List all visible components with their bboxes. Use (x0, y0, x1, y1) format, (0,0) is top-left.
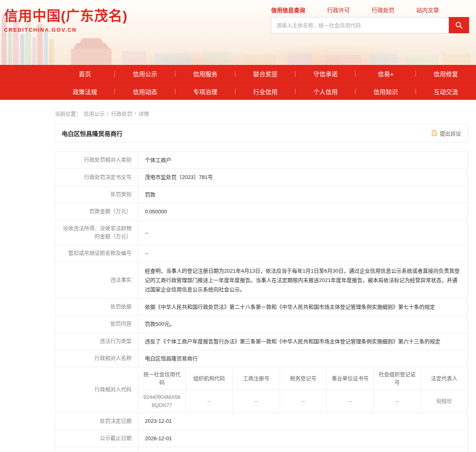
nav-row-1: 首页 信用公示 信用服务 联合奖惩 守信承诺 信易+ 信用修复 (0, 65, 476, 82)
row-value: -- (138, 221, 467, 245)
nav-item-special-governance[interactable]: 专项治理 (175, 83, 235, 100)
entity-title-bar: 电白区恒昌隆贸易商行 提出异议 (55, 124, 468, 142)
nav-item-xinyi-plus[interactable]: 信易+ (355, 65, 416, 82)
row-label: 行政相对人代码 (55, 367, 138, 412)
table-row-entity-codes: 行政相对人代码 统一社会信用代码 组织机构代码 工商注册号 税务登记号 事业单位… (55, 367, 467, 413)
table-row: 行政处罚相对人类别 个体工商户 (55, 152, 467, 169)
row-value: 个体工商户 (138, 152, 467, 168)
search-button[interactable] (449, 17, 469, 33)
code-col-header: 法定代表人 (420, 367, 467, 390)
nav-item-personal-credit[interactable]: 个人信用 (295, 83, 355, 100)
row-value: 罚款500元。 (138, 316, 467, 332)
code-col-header: 社会组织登记证号 (373, 367, 420, 390)
row-value: 2026-12-01 (138, 430, 467, 447)
row-label: 暂扣或吊销证照名称及编号 (55, 245, 138, 262)
row-label: 处罚机关 (55, 447, 138, 452)
link-credit-info-query[interactable]: 信用信息查询 (271, 6, 305, 14)
row-label: 公示截止日期 (55, 430, 138, 447)
table-row: 处罚内容 罚款500元。 (55, 316, 467, 333)
header-quick-links: 信用信息查询 行政许可 行政处罚 站内文章 (271, 6, 439, 14)
nav-item-credit-publicity[interactable]: 信用公示 (115, 65, 175, 82)
row-label: 行政相对人名称 (55, 350, 138, 367)
row-label: 违法事实 (55, 263, 138, 298)
row-value: 经查明，当事人的登记注册日期为2021年4月13日，依法应当于每年1月1日至6月… (138, 263, 467, 298)
row-label: 行政处罚决定书文号 (55, 169, 138, 185)
main-navigation: 首页 信用公示 信用服务 联合奖惩 守信承诺 信易+ 信用修复 政策法规 信用动… (0, 65, 476, 100)
row-value: 依据《中华人民共和国行政处罚法》第二十八条第一款和《中华人民共和国市场主体登记管… (138, 299, 467, 315)
nav-item-credit-service[interactable]: 信用服务 (175, 65, 235, 82)
code-col-value: 92440904MA568QDN77 (138, 390, 185, 412)
breadcrumb-link-credit-publicity[interactable]: 信用公示 (84, 110, 105, 117)
code-col-value: -- (233, 390, 280, 412)
row-value: 茂名市电白区市场监督管理局 (138, 447, 467, 452)
row-label: 处罚类别 (55, 186, 138, 203)
table-row: 没收违法所得、没收非法财物的金额（万元） -- (55, 221, 467, 245)
nav-item-credit-repair[interactable]: 信用修复 (416, 65, 476, 82)
table-row: 罚款金额（万元） 0.050000 (55, 203, 467, 220)
page-content: 当前位置： 信用公示 / 行政处罚 / 详情 电白区恒昌隆贸易商行 提出异议 行… (0, 110, 476, 452)
search-input[interactable] (271, 17, 449, 33)
raise-objection-button[interactable]: 提出异议 (431, 129, 461, 137)
nav-row-2: 政策法规 信用动态 专项治理 行业信用 个人信用 信用知识 互动交流 (0, 82, 476, 100)
code-col-value: -- (326, 390, 373, 412)
table-row: 行政相对人名称 电白区恒昌隆贸易商行 (55, 350, 467, 367)
link-admin-penalty[interactable]: 行政处罚 (372, 6, 394, 14)
breadcrumb: 当前位置： 信用公示 / 行政处罚 / 详情 (55, 110, 476, 117)
code-col-header: 事业单位证书号 (326, 367, 373, 390)
header-search (271, 17, 469, 33)
breadcrumb-link-admin-penalty[interactable]: 行政处罚 (111, 110, 132, 117)
raise-objection-label: 提出异议 (440, 129, 461, 137)
entity-code-grid: 统一社会信用代码 组织机构代码 工商注册号 税务登记号 事业单位证书号 社会组织… (138, 367, 467, 412)
nav-item-trust-commitment[interactable]: 守信承诺 (295, 65, 355, 82)
row-value: 统一社会信用代码 组织机构代码 工商注册号 税务登记号 事业单位证书号 社会组织… (138, 367, 467, 412)
nav-item-policy-regulation[interactable]: 政策法规 (55, 83, 115, 100)
site-logo-title: 信用中国(广东茂名) (4, 5, 128, 25)
code-col-value: -- (185, 390, 233, 412)
nav-item-credit-news[interactable]: 信用动态 (115, 83, 175, 100)
code-col-header: 工商注册号 (233, 367, 280, 390)
breadcrumb-current: 详情 (138, 110, 149, 117)
breadcrumb-label: 当前位置： (55, 110, 81, 117)
nav-item-joint-reward-punish[interactable]: 联合奖惩 (235, 65, 295, 82)
table-row: 公示截止日期 2026-12-01 (55, 430, 467, 447)
breadcrumb-separator: / (107, 110, 109, 116)
code-col-header: 组织机构代码 (185, 367, 233, 390)
code-col-header: 税务登记号 (280, 367, 327, 390)
table-row: 处罚机关 茂名市电白区市场监督管理局 (55, 447, 467, 452)
row-value: 电白区恒昌隆贸易商行 (138, 350, 467, 367)
site-logo[interactable]: 信用中国(广东茂名) CREDITCHINA.GOV.CN (4, 5, 128, 33)
page-title: 电白区恒昌隆贸易商行 (62, 129, 123, 138)
table-row: 违法事实 经查明，当事人的登记注册日期为2021年4月13日，依法应当于每年1月… (55, 263, 467, 299)
nav-item-industry-credit[interactable]: 行业信用 (235, 83, 295, 100)
nav-item-credit-knowledge[interactable]: 信用知识 (355, 83, 416, 100)
table-row: 暂扣或吊销证照名称及编号 -- (55, 245, 467, 262)
nav-item-interaction[interactable]: 互动交流 (416, 83, 476, 100)
table-row: 处罚类别 罚款 (55, 186, 467, 203)
row-label: 违法行为类型 (55, 333, 138, 350)
row-label: 处罚决定日期 (55, 413, 138, 429)
breadcrumb-separator: / (135, 110, 136, 116)
table-row: 违法行为类型 违反了《个体工商户年度报告暂行办法》第三条第一款和《中华人民共和国… (55, 333, 467, 350)
link-site-articles[interactable]: 站内文章 (416, 6, 439, 14)
row-value: 茂电市监处罚〔2023〕781号 (138, 169, 467, 185)
row-label: 处罚依据 (55, 299, 138, 315)
link-admin-license[interactable]: 行政许可 (327, 6, 350, 14)
code-col-value: 倪桂珍 (420, 390, 467, 412)
row-label: 罚款金额（万元） (55, 203, 138, 220)
row-label: 没收违法所得、没收非法财物的金额（万元） (55, 221, 138, 245)
code-col-value: -- (373, 390, 420, 412)
row-value: 2023-12-01 (138, 413, 467, 429)
penalty-detail-table: 行政处罚相对人类别 个体工商户 行政处罚决定书文号 茂电市监处罚〔2023〕78… (55, 151, 468, 452)
row-value: 罚款 (138, 186, 467, 203)
table-row: 处罚决定日期 2023-12-01 (55, 413, 467, 430)
row-label: 处罚内容 (55, 316, 138, 332)
site-header: 信用中国(广东茂名) CREDITCHINA.GOV.CN 信用信息查询 行政许… (0, 0, 476, 65)
nav-item-home[interactable]: 首页 (55, 65, 115, 82)
table-row: 处罚依据 依据《中华人民共和国行政处罚法》第二十八条第一款和《中华人民共和国市场… (55, 299, 467, 316)
site-logo-subtitle: CREDITCHINA.GOV.CN (4, 27, 128, 33)
row-label: 行政处罚相对人类别 (55, 152, 138, 168)
row-value: -- (138, 245, 467, 262)
code-col-header: 统一社会信用代码 (138, 367, 185, 390)
row-value: 0.050000 (138, 203, 467, 220)
row-value: 违反了《个体工商户年度报告暂行办法》第三条第一款和《中华人民共和国市场主体登记管… (138, 333, 467, 350)
